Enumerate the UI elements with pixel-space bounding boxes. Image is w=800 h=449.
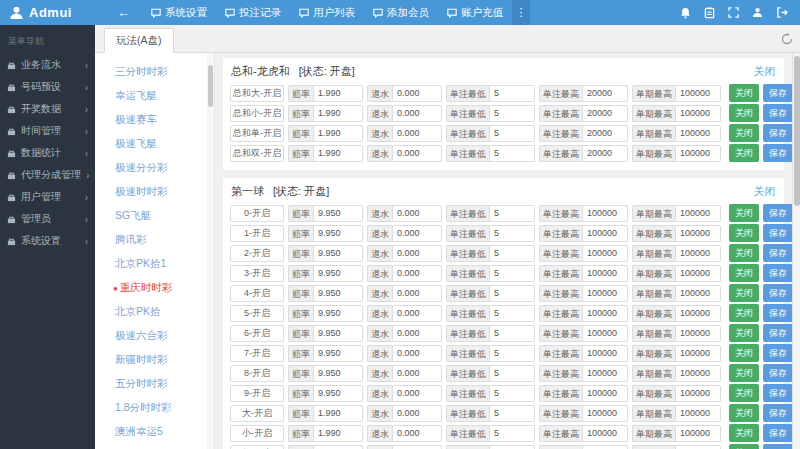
list-scrollbar-thumb[interactable] xyxy=(208,65,213,107)
save-button[interactable]: 保存 xyxy=(763,404,793,422)
lottery-item[interactable]: 新疆时时彩 xyxy=(95,348,214,372)
rebate-input[interactable] xyxy=(392,405,442,422)
rebate-input[interactable] xyxy=(392,445,442,449)
fullscreen-icon[interactable] xyxy=(728,7,739,18)
period-max-input[interactable] xyxy=(675,265,721,282)
close-button[interactable]: 关闭 xyxy=(729,284,759,302)
odds-input[interactable] xyxy=(313,125,363,142)
sidebar-item[interactable]: 业务流水 › xyxy=(0,54,95,76)
max-bet-input[interactable] xyxy=(582,325,628,342)
app-logo[interactable]: Admui xyxy=(0,5,95,20)
min-bet-input[interactable] xyxy=(489,85,535,102)
save-button[interactable]: 保存 xyxy=(763,304,793,322)
refresh-icon[interactable] xyxy=(781,33,793,45)
row-name-toggle[interactable]: 3-开启 xyxy=(230,265,284,282)
odds-input[interactable] xyxy=(313,205,363,222)
row-name-toggle[interactable]: 4-开启 xyxy=(230,285,284,302)
period-max-input[interactable] xyxy=(675,125,721,142)
lottery-item[interactable]: 极速分分彩 xyxy=(95,156,214,180)
period-max-input[interactable] xyxy=(675,345,721,362)
lottery-item[interactable]: 幸运飞艇 xyxy=(95,84,214,108)
odds-input[interactable] xyxy=(313,225,363,242)
min-bet-input[interactable] xyxy=(489,385,535,402)
period-max-input[interactable] xyxy=(675,305,721,322)
rebate-input[interactable] xyxy=(392,325,442,342)
max-bet-input[interactable] xyxy=(582,265,628,282)
row-name-toggle[interactable]: 7-开启 xyxy=(230,345,284,362)
min-bet-input[interactable] xyxy=(489,265,535,282)
rebate-input[interactable] xyxy=(392,285,442,302)
odds-input[interactable] xyxy=(313,325,363,342)
odds-input[interactable] xyxy=(313,365,363,382)
row-name-toggle[interactable]: 总和双-开启 xyxy=(230,145,284,162)
rebate-input[interactable] xyxy=(392,345,442,362)
rebate-input[interactable] xyxy=(392,245,442,262)
rebate-input[interactable] xyxy=(392,105,442,122)
period-max-input[interactable] xyxy=(675,285,721,302)
lottery-item[interactable]: ●重庆时时彩 xyxy=(95,276,214,300)
period-max-input[interactable] xyxy=(675,225,721,242)
lottery-item[interactable]: 极速赛车 xyxy=(95,108,214,132)
close-button[interactable]: 关闭 xyxy=(729,444,759,449)
topbar-menu-item[interactable]: 用户列表 xyxy=(290,0,364,25)
max-bet-input[interactable] xyxy=(582,225,628,242)
rebate-input[interactable] xyxy=(392,225,442,242)
close-button[interactable]: 关闭 xyxy=(729,104,759,122)
bell-icon[interactable] xyxy=(680,7,691,19)
row-name-toggle[interactable]: 单-开启 xyxy=(230,445,284,449)
lottery-item[interactable]: 北京PK拾 xyxy=(95,300,214,324)
list-scrollbar-track[interactable] xyxy=(207,53,214,449)
topbar-menu-item[interactable]: 账户充值 xyxy=(438,0,512,25)
close-button[interactable]: 关闭 xyxy=(729,344,759,362)
close-button[interactable]: 关闭 xyxy=(729,124,759,142)
save-button[interactable]: 保存 xyxy=(763,344,793,362)
period-max-input[interactable] xyxy=(675,385,721,402)
max-bet-input[interactable] xyxy=(582,125,628,142)
topbar-menu-item[interactable]: 系统设置 xyxy=(142,0,216,25)
close-button[interactable]: 关闭 xyxy=(729,364,759,382)
save-button[interactable]: 保存 xyxy=(763,104,793,122)
rebate-input[interactable] xyxy=(392,425,442,442)
sidebar-item[interactable]: 数据统计 › xyxy=(0,142,95,164)
period-max-input[interactable] xyxy=(675,85,721,102)
save-button[interactable]: 保存 xyxy=(763,444,793,449)
close-button[interactable]: 关闭 xyxy=(729,264,759,282)
row-name-toggle[interactable]: 1-开启 xyxy=(230,225,284,242)
lottery-item[interactable]: 腾讯彩 xyxy=(95,228,214,252)
odds-input[interactable] xyxy=(313,105,363,122)
period-max-input[interactable] xyxy=(675,405,721,422)
topbar-menu-item[interactable]: 投注记录 xyxy=(216,0,290,25)
close-button[interactable]: 关闭 xyxy=(729,224,759,242)
min-bet-input[interactable] xyxy=(489,445,535,449)
row-name-toggle[interactable]: 总和小-开启 xyxy=(230,105,284,122)
save-button[interactable]: 保存 xyxy=(763,284,793,302)
close-button[interactable]: 关闭 xyxy=(729,244,759,262)
odds-input[interactable] xyxy=(313,305,363,322)
save-button[interactable]: 保存 xyxy=(763,324,793,342)
min-bet-input[interactable] xyxy=(489,365,535,382)
row-name-toggle[interactable]: 8-开启 xyxy=(230,365,284,382)
save-button[interactable]: 保存 xyxy=(763,204,793,222)
rebate-input[interactable] xyxy=(392,85,442,102)
row-name-toggle[interactable]: 总和大-开启 xyxy=(230,85,284,102)
main-scrollbar-track[interactable] xyxy=(792,53,800,449)
min-bet-input[interactable] xyxy=(489,205,535,222)
save-button[interactable]: 保存 xyxy=(763,364,793,382)
save-button[interactable]: 保存 xyxy=(763,264,793,282)
min-bet-input[interactable] xyxy=(489,345,535,362)
lottery-item[interactable]: SG飞艇 xyxy=(95,204,214,228)
period-max-input[interactable] xyxy=(675,245,721,262)
max-bet-input[interactable] xyxy=(582,205,628,222)
close-button[interactable]: 关闭 xyxy=(729,324,759,342)
row-name-toggle[interactable]: 大-开启 xyxy=(230,405,284,422)
max-bet-input[interactable] xyxy=(582,285,628,302)
odds-input[interactable] xyxy=(313,85,363,102)
odds-input[interactable] xyxy=(313,385,363,402)
max-bet-input[interactable] xyxy=(582,345,628,362)
odds-input[interactable] xyxy=(313,285,363,302)
clipboard-icon[interactable] xyxy=(704,7,715,19)
lottery-item[interactable]: 极速六合彩 xyxy=(95,324,214,348)
save-button[interactable]: 保存 xyxy=(763,424,793,442)
min-bet-input[interactable] xyxy=(489,325,535,342)
rebate-input[interactable] xyxy=(392,125,442,142)
